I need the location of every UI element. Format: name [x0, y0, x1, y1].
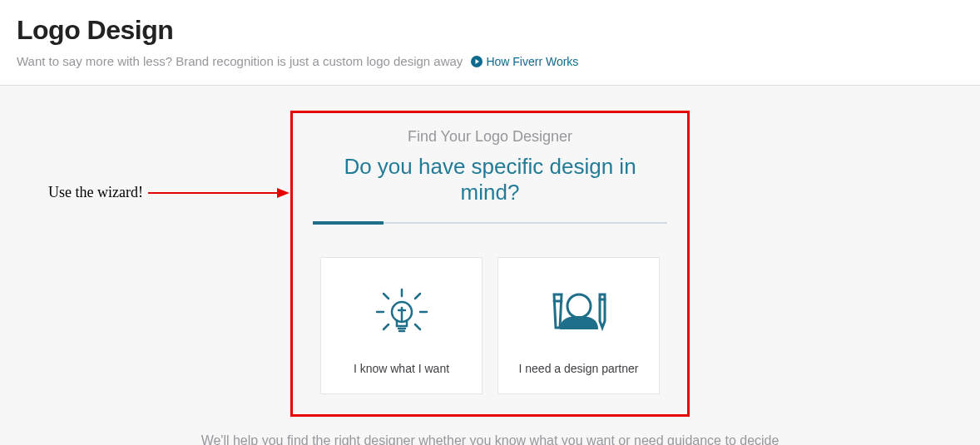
- svg-line-10: [384, 294, 389, 299]
- svg-line-13: [415, 324, 420, 329]
- arrow-icon: [148, 185, 290, 201]
- wizard-box: Find Your Logo Designer Do you have spec…: [290, 111, 690, 417]
- page-title: Logo Design: [17, 15, 963, 46]
- how-link-label: How Fiverr Works: [486, 55, 578, 68]
- annotation: Use the wizard!: [48, 184, 290, 201]
- option-partner-card[interactable]: I need a design partner: [497, 257, 660, 394]
- lightbulb-icon: [369, 274, 435, 349]
- page-subtext: Want to say more with less? Brand recogn…: [17, 54, 463, 68]
- option-know-card[interactable]: I know what I want: [320, 257, 483, 394]
- svg-line-12: [384, 324, 389, 329]
- page-subline: Want to say more with less? Brand recogn…: [17, 54, 963, 68]
- design-partner-icon: [542, 274, 616, 349]
- svg-line-11: [415, 294, 420, 299]
- page-header: Logo Design Want to say more with less? …: [0, 0, 980, 86]
- wizard-section: Use the wizard! Find Your Logo Designer …: [0, 86, 980, 445]
- play-icon: [471, 56, 483, 67]
- how-link[interactable]: How Fiverr Works: [471, 55, 578, 68]
- helper-text: We'll help you find the right designer w…: [0, 433, 980, 445]
- wizard-question: Do you have specific design in mind?: [313, 154, 667, 205]
- annotation-label: Use the wizard!: [48, 184, 143, 201]
- svg-marker-17: [554, 294, 562, 328]
- progress-bar: [313, 222, 667, 224]
- svg-point-16: [567, 294, 591, 318]
- wizard-subtitle: Find Your Logo Designer: [313, 128, 667, 146]
- option-partner-label: I need a design partner: [519, 362, 639, 375]
- option-cards: I know what I want: [313, 257, 667, 394]
- svg-marker-3: [277, 188, 290, 198]
- progress-fill: [313, 221, 384, 225]
- option-know-label: I know what I want: [354, 362, 449, 375]
